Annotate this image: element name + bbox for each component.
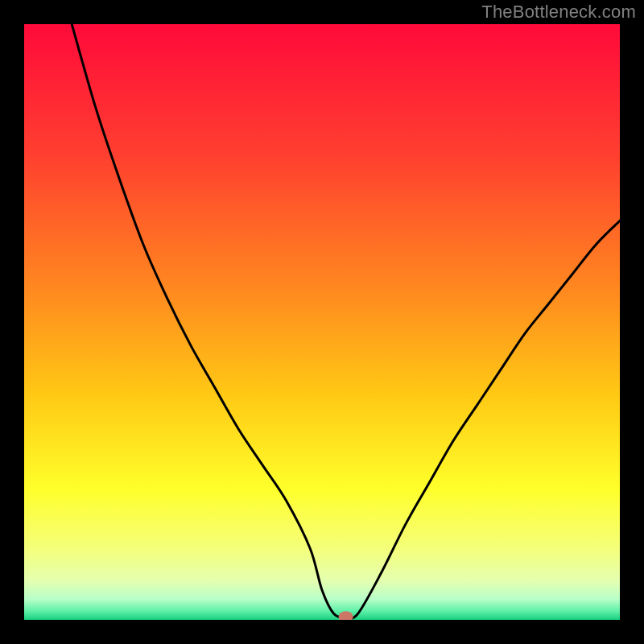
gradient-background [24, 24, 620, 620]
bottleneck-chart [24, 24, 620, 620]
watermark-text: TheBottleneck.com [481, 2, 636, 23]
chart-frame: TheBottleneck.com [0, 0, 644, 644]
